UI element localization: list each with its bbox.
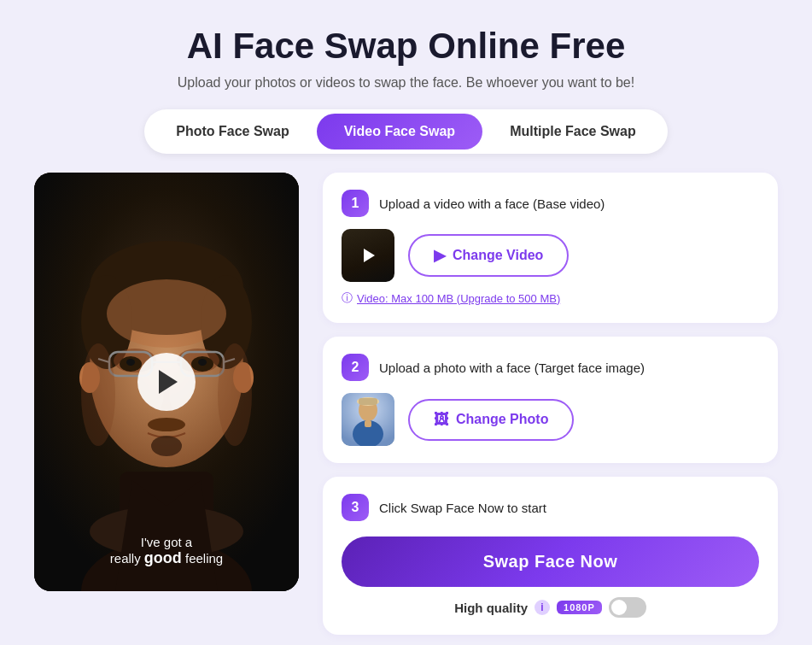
svg-point-8 — [107, 279, 226, 348]
mini-play-icon — [364, 249, 375, 262]
tabs-container: Photo Face Swap Video Face Swap Multiple… — [144, 109, 667, 154]
quality-info-icon[interactable]: i — [535, 600, 550, 615]
preview-caption: I've got a really good feeling — [34, 535, 299, 567]
step-2-header: 2 Upload a photo with a face (Target fac… — [342, 354, 759, 381]
quality-label: High quality — [454, 601, 528, 615]
step-3-title: Click Swap Face Now to start — [379, 501, 546, 515]
svg-point-21 — [151, 436, 182, 456]
step-1-header: 1 Upload a video with a face (Base video… — [342, 190, 759, 217]
caption-good: good — [144, 549, 182, 566]
step-3-card: 3 Click Swap Face Now to start Swap Face… — [323, 477, 778, 635]
target-photo-thumbnail — [342, 393, 394, 446]
header-section: AI Face Swap Online Free Upload your pho… — [34, 26, 778, 154]
page-wrapper: AI Face Swap Online Free Upload your pho… — [0, 0, 812, 645]
steps-panel: 1 Upload a video with a face (Base video… — [323, 173, 778, 635]
tab-photo-face-swap[interactable]: Photo Face Swap — [149, 114, 316, 150]
step-1-title: Upload a video with a face (Base video) — [379, 196, 605, 211]
play-icon — [159, 370, 178, 394]
step-1-number: 1 — [342, 190, 369, 217]
info-circle-icon: ⓘ — [342, 290, 353, 306]
svg-point-18 — [126, 359, 135, 366]
caption-line1: I've got a — [34, 535, 299, 549]
quality-row: High quality i 1080P — [342, 597, 759, 618]
photo-btn-icon: 🖼 — [434, 411, 449, 429]
svg-point-20 — [148, 418, 185, 431]
quality-toggle[interactable] — [609, 597, 646, 618]
change-photo-label: Change Photo — [456, 412, 548, 427]
change-photo-button[interactable]: 🖼 Change Photo — [408, 399, 574, 441]
main-content: I've got a really good feeling 1 Upload … — [34, 173, 778, 635]
step-2-content: 🖼 Change Photo — [342, 393, 759, 446]
file-limit-note: ⓘ Video: Max 100 MB (Upgrade to 500 MB) — [342, 290, 759, 306]
svg-point-24 — [81, 343, 115, 446]
caption-really: really — [110, 551, 144, 566]
quality-badge: 1080P — [557, 601, 602, 614]
svg-rect-29 — [359, 398, 377, 405]
tab-multiple-face-swap[interactable]: Multiple Face Swap — [482, 114, 663, 150]
tab-video-face-swap[interactable]: Video Face Swap — [317, 114, 482, 150]
step-2-number: 2 — [342, 354, 369, 381]
preview-panel: I've got a really good feeling — [34, 173, 299, 591]
step-1-content: ▶ Change Video — [342, 229, 759, 282]
video-btn-icon: ▶ — [434, 246, 446, 265]
file-limit-text[interactable]: Video: Max 100 MB (Upgrade to 500 MB) — [357, 292, 560, 305]
step-1-card: 1 Upload a video with a face (Base video… — [323, 173, 778, 323]
step-2-card: 2 Upload a photo with a face (Target fac… — [323, 337, 778, 463]
preview-image: I've got a really good feeling — [34, 173, 299, 591]
caption-line2: really good feeling — [34, 549, 299, 567]
step-2-title: Upload a photo with a face (Target face … — [379, 361, 645, 375]
swap-face-now-button[interactable]: Swap Face Now — [342, 537, 759, 587]
play-button[interactable] — [137, 353, 196, 411]
page-title: AI Face Swap Online Free — [34, 26, 778, 67]
change-video-button[interactable]: ▶ Change Video — [408, 234, 569, 277]
svg-rect-31 — [365, 420, 371, 427]
caption-feeling: feeling — [182, 551, 223, 566]
video-thumbnail — [342, 229, 394, 282]
change-video-label: Change Video — [453, 248, 543, 263]
person-svg — [342, 393, 394, 446]
step-3-header: 3 Click Swap Face Now to start — [342, 494, 759, 521]
svg-point-19 — [198, 359, 207, 366]
page-subtitle: Upload your photos or videos to swap the… — [34, 75, 778, 91]
step-3-number: 3 — [342, 494, 369, 521]
svg-point-25 — [218, 343, 252, 446]
